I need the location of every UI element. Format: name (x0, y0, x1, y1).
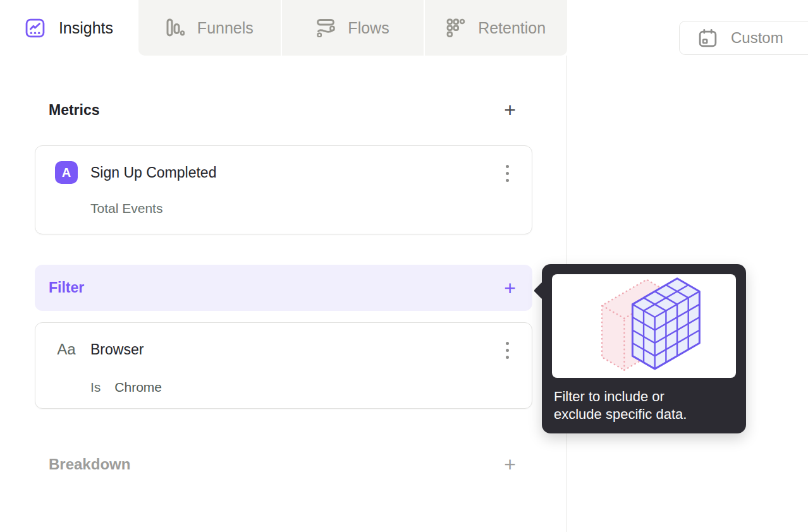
tab-flows-label: Flows (348, 19, 389, 37)
filter-condition: Is Chrome (90, 380, 162, 395)
metric-card-row: A Sign Up Completed (55, 161, 216, 184)
kebab-dot (506, 165, 509, 168)
filter-value[interactable]: Chrome (114, 380, 162, 395)
insights-query-builder: Insights Funnels (0, 0, 808, 532)
tooltip-text-line2: exclude specific data. (554, 406, 737, 423)
tab-flows[interactable]: Flows (281, 0, 424, 56)
tooltip-text-line1: Filter to include or (554, 388, 737, 406)
filter-card[interactable]: Aa Browser Is Chrome (35, 322, 532, 409)
filter-operator[interactable]: Is (90, 380, 101, 395)
funnels-icon (166, 18, 185, 37)
filter-menu-button[interactable] (502, 339, 513, 361)
breakdown-header: Breakdown + (35, 450, 532, 478)
metric-card[interactable]: A Sign Up Completed Total Events (35, 145, 532, 234)
add-metric-button[interactable]: + (501, 100, 518, 120)
filter-card-row: Aa Browser (55, 338, 144, 361)
metrics-header: Metrics + (35, 96, 532, 124)
tooltip-arrow (534, 282, 551, 299)
kebab-dot (506, 349, 509, 352)
metric-aggregation-label[interactable]: Total Events (90, 201, 162, 216)
tooltip-text: Filter to include or exclude specific da… (554, 388, 737, 423)
tab-funnels-label: Funnels (197, 19, 254, 37)
calendar-icon (697, 28, 718, 49)
tab-retention[interactable]: Retention (424, 0, 567, 56)
breakdown-title: Breakdown (49, 456, 130, 473)
kebab-dot (506, 172, 509, 175)
insights-icon (25, 18, 45, 38)
report-type-tabbar: Insights Funnels (0, 0, 567, 56)
tooltip-illustration-panel (552, 274, 736, 378)
filter-property-title: Browser (90, 341, 144, 358)
custom-date-label: Custom (731, 29, 783, 47)
metric-event-title: Sign Up Completed (90, 164, 216, 181)
add-filter-button[interactable]: + (501, 278, 518, 298)
tab-funnels[interactable]: Funnels (138, 0, 281, 56)
metrics-title: Metrics (49, 102, 100, 119)
cube-illustration (566, 276, 722, 376)
tab-insights-label: Insights (59, 19, 113, 37)
flows-icon (316, 18, 335, 37)
metric-menu-button[interactable] (502, 162, 513, 184)
add-breakdown-button[interactable]: + (501, 454, 518, 475)
filter-title: Filter (49, 279, 84, 296)
filter-section-row[interactable]: Filter + (35, 265, 532, 311)
kebab-dot (506, 342, 509, 345)
kebab-dot (506, 356, 509, 359)
kebab-dot (506, 179, 509, 182)
tab-retention-label: Retention (478, 19, 546, 37)
retention-icon (446, 18, 465, 37)
metric-series-badge: A (55, 161, 78, 184)
tab-insights[interactable]: Insights (0, 0, 138, 56)
text-property-icon: Aa (55, 338, 78, 361)
inactive-tabs-group: Funnels Flows (138, 0, 567, 56)
filter-tooltip: Filter to include or exclude specific da… (542, 264, 746, 433)
custom-date-button[interactable]: Custom (679, 21, 808, 55)
